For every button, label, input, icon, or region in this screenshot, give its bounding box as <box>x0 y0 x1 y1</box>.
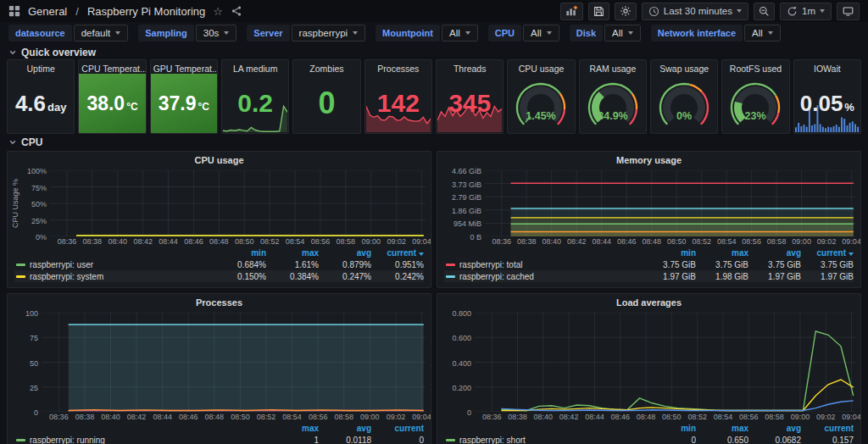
stat-panel-title[interactable]: LA medium <box>222 60 288 74</box>
refresh-picker[interactable]: 1m <box>780 3 832 20</box>
variable-value-dropdown[interactable]: default <box>74 25 129 42</box>
stat-panel-title[interactable]: GPU Temperat... <box>151 60 217 74</box>
stat-panel-title[interactable]: Processes <box>365 60 431 74</box>
plot-area[interactable] <box>475 313 855 412</box>
legend-column-header[interactable]: avg <box>748 424 801 433</box>
panel-title[interactable]: Processes <box>8 294 431 311</box>
legend-column-header[interactable]: min <box>214 248 266 258</box>
legend-series-name[interactable]: raspberrypi: running <box>30 436 266 444</box>
series-color-swatch[interactable] <box>16 275 25 278</box>
stat-panel-title[interactable]: RootFS used <box>722 60 788 74</box>
gauge: 1.45% <box>508 74 574 133</box>
x-axis-tick: 08:42 <box>559 413 579 421</box>
legend-column-header[interactable]: current <box>801 424 854 433</box>
series-color-swatch[interactable] <box>446 275 455 278</box>
stat-panel-title[interactable]: CPU usage <box>508 60 574 74</box>
refresh-icon[interactable] <box>787 6 798 17</box>
variable-mountpoint: MountpointAll <box>376 25 478 42</box>
dashboard-settings-button[interactable] <box>615 3 637 20</box>
legend-column-header[interactable]: avg <box>748 248 801 258</box>
charts-grid: CPU usageCPU Usage %100%75%50%25%0%08:36… <box>7 151 861 444</box>
legend-stat-value: 0.650 <box>696 436 748 444</box>
variable-label: Sampling <box>138 25 194 42</box>
legend-column-header[interactable]: min <box>643 248 696 258</box>
series-color-swatch[interactable] <box>446 439 455 441</box>
save-dashboard-button[interactable] <box>588 3 609 20</box>
quick-overview-stats-row: Uptime4.6dayCPU Temperat...38.0°CGPU Tem… <box>7 59 861 134</box>
y-axis-tick: 25% <box>31 217 47 225</box>
variable-value-dropdown[interactable]: 30s <box>196 25 237 42</box>
stat-panel-title[interactable]: IOWait <box>794 60 860 74</box>
x-axis-tick: 09:02 <box>817 237 837 246</box>
legend-row: raspberrypi: total3.75 GiB3.75 GiB3.75 G… <box>444 258 854 270</box>
stat-panel-rootfs-used: RootFS used23% <box>721 59 789 134</box>
panel-title[interactable]: Memory usage <box>437 152 860 169</box>
y-axis-tick: 0 <box>467 408 471 417</box>
legend-column-header[interactable]: max <box>696 424 748 433</box>
x-axis-tick: 08:40 <box>101 413 120 421</box>
y-axis-tick: 2.79 GiB <box>452 193 481 202</box>
star-dashboard-icon[interactable]: ☆ <box>213 6 223 17</box>
add-panel-button[interactable] <box>560 3 583 20</box>
legend-series-name[interactable]: raspberrypi: cached <box>459 272 643 281</box>
stat-panel-title[interactable]: Swap usage <box>651 60 717 74</box>
legend-column-header[interactable]: max <box>696 248 748 258</box>
legend-column-header[interactable]: min <box>643 424 696 433</box>
zoom-out-button[interactable] <box>754 3 775 20</box>
stat-panel-title[interactable]: CPU Temperat... <box>79 60 145 74</box>
plot-area[interactable] <box>485 170 855 236</box>
variable-value-text: default <box>81 28 111 38</box>
legend-stat-value: 3.75 GiB <box>643 260 696 269</box>
section-header-quick-overview[interactable]: Quick overview <box>0 44 868 59</box>
x-axis-tick: 08:56 <box>739 413 759 421</box>
series-color-swatch[interactable] <box>16 264 25 266</box>
variable-value-dropdown[interactable]: All <box>744 25 781 42</box>
panel-title[interactable]: Load averages <box>437 294 860 311</box>
legend-column-header[interactable]: current <box>371 248 424 258</box>
stat-panel-title[interactable]: Uptime <box>8 60 74 74</box>
sort-caret-icon <box>849 253 854 256</box>
time-range-picker[interactable]: Last 30 minutes <box>642 3 748 20</box>
series-color-swatch[interactable] <box>446 264 455 266</box>
legend-column-header[interactable]: max <box>266 248 319 258</box>
variable-label: Mountpoint <box>376 25 440 42</box>
variable-value-dropdown[interactable]: All <box>604 25 641 42</box>
plot-area[interactable] <box>50 170 426 236</box>
legend-column-header[interactable]: avg <box>319 248 371 258</box>
tv-kiosk-button[interactable] <box>837 3 860 20</box>
legend-column-header[interactable]: current <box>801 248 854 258</box>
x-axis-tick: 08:50 <box>662 413 682 421</box>
legend-column-header[interactable]: max <box>266 424 319 433</box>
dashboards-grid-icon[interactable] <box>8 5 20 17</box>
legend-series-name[interactable]: raspberrypi: total <box>459 260 643 269</box>
stat-panel-title[interactable]: Zombies <box>293 60 359 74</box>
variable-value-dropdown[interactable]: All <box>523 25 559 42</box>
x-axis-tick: 08:38 <box>83 237 103 246</box>
stat-panel-title[interactable]: Threads <box>437 60 503 74</box>
legend-series-name[interactable]: raspberrypi: system <box>30 272 214 281</box>
y-axis-tick: 1.86 GiB <box>452 207 481 215</box>
x-axis-tick: 09:02 <box>387 413 406 421</box>
breadcrumb-title[interactable]: Raspberry Pi Monitoring <box>87 5 205 18</box>
legend-column-header[interactable]: avg <box>319 424 371 433</box>
breadcrumb-section[interactable]: General <box>28 5 67 18</box>
legend-row-clipped <box>444 282 854 286</box>
section-title: Quick overview <box>21 47 96 58</box>
stat-panel-ram-usage: RAM usage34.9% <box>579 59 647 134</box>
share-dashboard-icon[interactable] <box>231 5 242 17</box>
section-header-cpu[interactable]: CPU <box>0 134 868 149</box>
plot-area[interactable] <box>42 313 426 412</box>
chevron-down-icon <box>768 31 773 35</box>
stat-panel-title[interactable]: RAM usage <box>580 60 646 74</box>
legend: minmaxavgcurrentraspberrypi: user0.684%1… <box>8 247 431 287</box>
legend-column-header[interactable]: current <box>371 424 424 433</box>
variable-value-dropdown[interactable]: raspberrypi <box>292 25 366 42</box>
panel-title[interactable]: CPU usage <box>8 152 431 169</box>
variable-value-text: 30s <box>203 28 220 38</box>
variable-value-dropdown[interactable]: All <box>442 25 478 42</box>
series-color-swatch[interactable] <box>16 439 25 441</box>
legend-series-name[interactable]: raspberrypi: short <box>459 436 643 444</box>
legend-series-name[interactable]: raspberrypi: user <box>30 260 214 269</box>
refresh-interval-value[interactable]: 1m <box>802 6 815 16</box>
stat-value: 37.9°C <box>159 94 209 114</box>
